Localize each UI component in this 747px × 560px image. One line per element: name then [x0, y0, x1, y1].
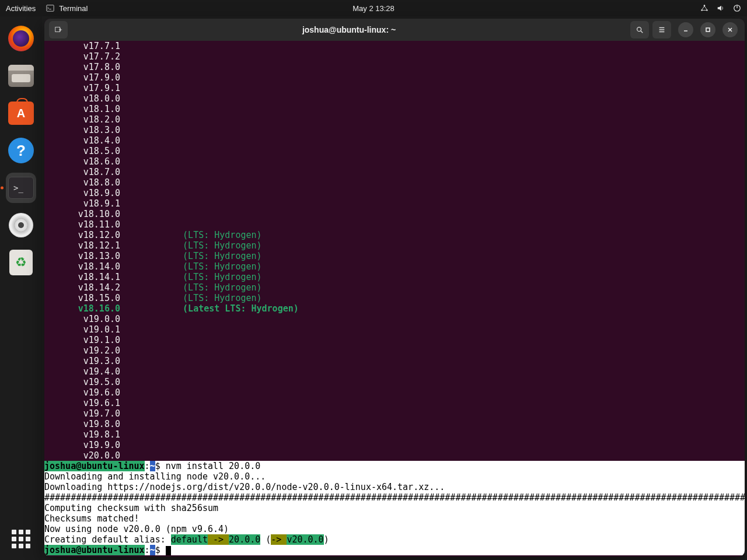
version-row: v18.14.0 (LTS: Hydrogen) — [44, 261, 745, 272]
maximize-button[interactable] — [700, 22, 715, 37]
power-icon[interactable] — [733, 4, 741, 12]
version-row: v18.10.0 — [44, 209, 745, 219]
svg-line-11 — [641, 31, 643, 33]
version-row: v17.9.0 — [44, 72, 745, 83]
firefox-icon — [8, 26, 34, 51]
version-row: v19.0.1 — [44, 324, 745, 335]
software-icon — [8, 102, 34, 125]
hamburger-icon — [658, 26, 666, 34]
version-row: v18.11.0 — [44, 219, 745, 230]
search-icon — [636, 26, 644, 34]
version-row: v18.14.2 (LTS: Hydrogen) — [44, 282, 745, 293]
version-row: v19.0.0 — [44, 314, 745, 324]
terminal-body[interactable]: v17.7.1v17.7.2v17.8.0v17.9.0v17.9.1v18.0… — [44, 41, 745, 556]
trash-icon — [9, 250, 33, 275]
terminal-output: joshua@ubuntu-linux:~$ nvm install 20.0.… — [44, 461, 745, 555]
network-icon[interactable] — [700, 4, 708, 12]
cursor — [166, 546, 171, 555]
terminal-icon: >_ — [8, 177, 34, 199]
dock-trash[interactable] — [6, 247, 36, 278]
version-row: v19.8.0 — [44, 419, 745, 429]
version-row: v19.3.0 — [44, 356, 745, 366]
dock-terminal[interactable]: >_ — [6, 173, 36, 203]
version-row: v19.4.0 — [44, 366, 745, 377]
hamburger-menu-button[interactable] — [652, 21, 671, 38]
version-row: v18.0.0 — [44, 93, 745, 104]
version-row: v18.4.0 — [44, 135, 745, 146]
terminal-menu-icon — [46, 4, 54, 12]
window-title: joshua@ubuntu-linux: ~ — [71, 25, 627, 34]
version-row: v19.5.0 — [44, 377, 745, 387]
svg-point-10 — [637, 27, 641, 32]
app-menu[interactable]: Terminal — [46, 4, 88, 13]
version-row: v18.9.0 — [44, 188, 745, 198]
version-row: v18.15.0 (LTS: Hydrogen) — [44, 293, 745, 303]
disc-icon — [9, 213, 33, 237]
terminal-window: joshua@ubuntu-linux: ~ v17.7.1v17.7.2v17… — [44, 19, 745, 556]
volume-icon[interactable] — [717, 4, 725, 12]
dock-help[interactable]: ? — [6, 135, 36, 166]
clock[interactable]: May 2 13:28 — [352, 4, 395, 13]
version-row: v19.6.1 — [44, 398, 745, 408]
version-row: v18.8.0 — [44, 177, 745, 188]
svg-rect-16 — [706, 28, 710, 32]
version-row: v19.7.0 — [44, 408, 745, 419]
minimize-button[interactable] — [678, 22, 693, 37]
version-row: v18.14.1 (LTS: Hydrogen) — [44, 272, 745, 282]
gnome-top-panel: Activities Terminal May 2 13:28 — [0, 0, 747, 16]
close-button[interactable] — [722, 22, 738, 37]
version-row: v19.2.0 — [44, 345, 745, 356]
minimize-icon — [683, 27, 689, 33]
version-row: v18.2.0 — [44, 114, 745, 125]
version-row: v17.7.1 — [44, 41, 745, 51]
activities-button[interactable]: Activities — [6, 4, 36, 13]
maximize-icon — [705, 27, 711, 33]
new-tab-button[interactable] — [49, 21, 68, 38]
svg-rect-0 — [47, 5, 54, 12]
version-row: v18.1.0 — [44, 104, 745, 114]
dock-software[interactable] — [6, 98, 36, 128]
version-row: v17.8.0 — [44, 62, 745, 72]
app-menu-label: Terminal — [59, 4, 88, 13]
version-row: v18.12.0 (LTS: Hydrogen) — [44, 230, 745, 240]
version-row: v18.6.0 — [44, 156, 745, 167]
version-row: v18.16.0 (Latest LTS: Hydrogen) — [44, 303, 745, 314]
window-titlebar: joshua@ubuntu-linux: ~ — [44, 19, 745, 41]
version-row: v18.12.1 (LTS: Hydrogen) — [44, 240, 745, 251]
version-row: v18.5.0 — [44, 146, 745, 156]
version-row: v20.0.0 — [44, 450, 745, 461]
dock: ? >_ — [0, 16, 42, 560]
version-row: v18.13.0 (LTS: Hydrogen) — [44, 251, 745, 261]
version-row: v17.9.1 — [44, 83, 745, 93]
version-row: v19.6.0 — [44, 387, 745, 398]
version-row: v18.3.0 — [44, 125, 745, 135]
version-row: v17.7.2 — [44, 51, 745, 62]
dock-firefox[interactable] — [6, 23, 36, 54]
dock-files[interactable] — [6, 61, 36, 91]
new-tab-icon — [54, 26, 62, 34]
help-icon: ? — [8, 138, 34, 163]
show-applications[interactable] — [12, 530, 30, 548]
close-icon — [727, 27, 733, 33]
search-button[interactable] — [630, 21, 649, 38]
version-row: v18.9.1 — [44, 198, 745, 209]
dock-disc[interactable] — [6, 210, 36, 240]
version-row: v19.1.0 — [44, 335, 745, 345]
version-row: v18.7.0 — [44, 167, 745, 177]
version-row: v19.9.0 — [44, 440, 745, 450]
files-icon — [8, 65, 34, 87]
version-row: v19.8.1 — [44, 429, 745, 440]
